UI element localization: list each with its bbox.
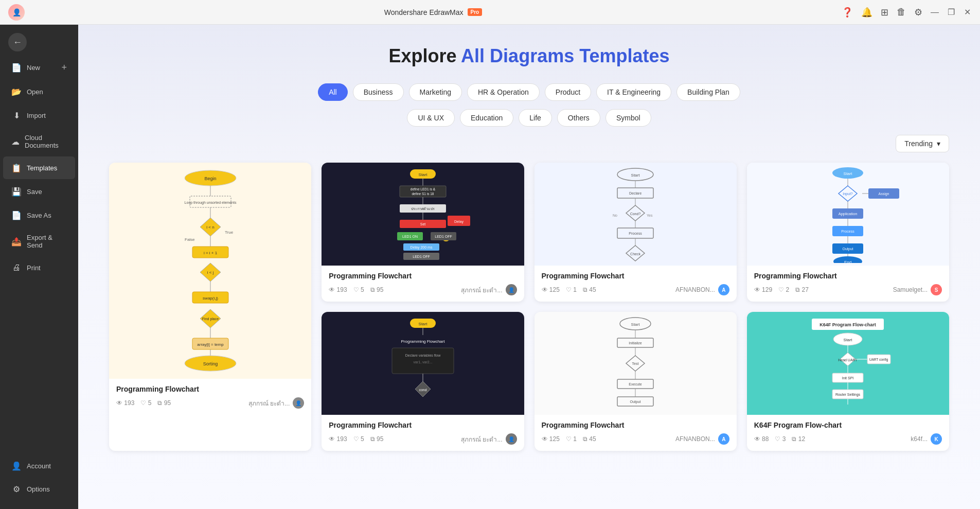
save-icon: 💾 (11, 186, 22, 197)
titlebar: 👤 Wondershare EdrawMax Pro ❓ 🔔 ⊞ 🗑 ⚙ — ❐… (0, 0, 980, 25)
titlebar-left: 👤 (8, 4, 25, 21)
filter-marketing[interactable]: Marketing (409, 83, 462, 101)
template-card-title: Programming Flowchart (329, 421, 516, 429)
author-avatar: 👤 (506, 284, 517, 295)
view-count: 👁 129 (754, 286, 772, 293)
svg-text:i < n: i < n (206, 225, 214, 230)
template-card[interactable]: Start Initialize Test Execute Output (534, 312, 737, 451)
sidebar-item-import[interactable]: ⬇ Import (3, 104, 75, 127)
sidebar-item-options[interactable]: ⚙ Options (3, 478, 75, 500)
sidebar-item-account[interactable]: 👤 Account (3, 454, 75, 477)
author-name: สุภกรณ์ ยะดำ... (248, 398, 290, 408)
filter-education[interactable]: Education (460, 109, 513, 127)
author-avatar: 👤 (293, 397, 304, 409)
template-card-meta: 👁 193 ♡ 5 ⧉ 95 สุภกรณ์ ยะดำ... 👤 (329, 284, 516, 295)
help-icon[interactable]: ❓ (842, 7, 853, 18)
trash-icon[interactable]: 🗑 (897, 7, 906, 17)
template-author: k64f... K (911, 433, 942, 445)
like-count: ♡ 3 (775, 435, 786, 443)
template-author: Samuelget... S (893, 284, 942, 295)
svg-text:Initialize: Initialize (629, 341, 642, 345)
sidebar-item-templates-label: Templates (27, 164, 57, 172)
author-name: k64f... (911, 435, 928, 443)
svg-text:LED1 ON: LED1 ON (402, 235, 418, 238)
template-author: AFNANBON... A (675, 433, 729, 445)
svg-text:Declare: Declare (629, 191, 642, 195)
template-card-info: Programming Flowchart 👁 125 ♡ 1 ⧉ 45 AFN… (534, 266, 737, 302)
sidebar-item-open[interactable]: 📂 Open (3, 80, 75, 103)
sidebar: ← 📄 New + 📂 Open ⬇ Import ☁ Cloud Docume… (0, 25, 78, 509)
sidebar-item-cloud[interactable]: ☁ Cloud Documents (3, 128, 75, 155)
filter-hr[interactable]: HR & Operation (467, 83, 540, 101)
sidebar-item-print[interactable]: 🖨 Print (3, 256, 75, 279)
copy-count: ⧉ 45 (583, 435, 596, 443)
filter-building[interactable]: Building Plan (676, 83, 740, 101)
template-card[interactable]: Start Programming Flowchart Declare vari… (322, 312, 524, 451)
back-button[interactable]: ← (8, 33, 27, 51)
app-name: Wondershare EdrawMax (384, 8, 464, 16)
new-icon: 📄 (11, 63, 22, 73)
template-grid: Begin Loop through unsorted elements i <… (109, 163, 949, 451)
like-count: ♡ 2 (778, 286, 789, 293)
author-avatar: A (718, 284, 729, 295)
filter-all[interactable]: All (318, 83, 348, 101)
template-card-title: K64F Program Flow-chart (754, 421, 942, 429)
filter-product[interactable]: Product (545, 83, 591, 101)
template-card-meta: 👁 125 ♡ 1 ⧉ 45 AFNANBON... A (542, 284, 729, 295)
sidebar-item-export[interactable]: 📤 Export & Send (3, 227, 75, 255)
svg-text:Cond?: Cond? (630, 212, 641, 216)
svg-text:Delay 200 ms: Delay 200 ms (410, 245, 432, 250)
template-card[interactable]: Begin Loop through unsorted elements i <… (109, 163, 311, 451)
titlebar-right: ❓ 🔔 ⊞ 🗑 ⚙ — ❐ ✕ (842, 7, 972, 18)
settings-icon[interactable]: ⚙ (914, 7, 922, 18)
template-card[interactable]: Start Input? Application Assign (747, 163, 949, 302)
template-card[interactable]: K64F Program Flow-chart Start Head UART … (747, 312, 949, 451)
minimize-button[interactable]: — (931, 8, 939, 16)
filter-others[interactable]: Others (557, 109, 600, 127)
svg-text:Programming Flowchart: Programming Flowchart (401, 339, 445, 344)
sidebar-item-open-label: Open (27, 88, 43, 96)
filter-ui[interactable]: UI & UX (407, 109, 455, 127)
template-preview: Start Initialize Test Execute Output (534, 312, 737, 415)
sort-label: Trending (904, 139, 933, 148)
cloud-icon: ☁ (11, 136, 20, 147)
titlebar-center: Wondershare EdrawMax Pro (384, 8, 482, 16)
view-count: 👁 88 (754, 435, 769, 443)
sidebar-item-templates[interactable]: 📋 Templates (3, 156, 75, 179)
template-card[interactable]: Start define LED1 is & define S1 is 18 ป… (322, 163, 524, 302)
notification-icon[interactable]: 🔔 (861, 7, 872, 18)
sidebar-item-save[interactable]: 💾 Save (3, 180, 75, 203)
filter-symbol[interactable]: Symbol (605, 109, 651, 127)
author-name: สุภกรณ์ ยะดำ... (461, 434, 502, 444)
sort-dropdown[interactable]: Trending ▾ (896, 135, 949, 152)
view-count: 👁 193 (329, 286, 347, 293)
page-title: Explore All Diagrams Templates (109, 45, 949, 67)
copy-count: ⧉ 95 (370, 435, 384, 443)
template-card-meta: 👁 125 ♡ 1 ⧉ 45 AFNANBON... A (542, 433, 729, 445)
svg-text:Delay: Delay (454, 220, 464, 224)
template-card-title: Programming Flowchart (542, 421, 729, 429)
user-avatar[interactable]: 👤 (8, 4, 25, 21)
view-count: 👁 125 (542, 435, 560, 443)
svg-text:Start: Start (418, 172, 427, 177)
close-button[interactable]: ✕ (964, 8, 972, 16)
template-card-info: Programming Flowchart 👁 193 ♡ 5 ⧉ 95 สุภ… (109, 379, 311, 415)
svg-text:Execute: Execute (629, 382, 642, 386)
template-card[interactable]: Start Declare Cond? Process Check (534, 163, 737, 302)
filter-life[interactable]: Life (519, 109, 552, 127)
view-count: 👁 193 (116, 399, 134, 407)
svg-text:ประกาศตัวแปร: ประกาศตัวแปร (411, 207, 435, 210)
sidebar-item-save-as[interactable]: 📄 Save As (3, 204, 75, 226)
maximize-button[interactable]: ❐ (947, 8, 955, 16)
filter-business[interactable]: Business (353, 83, 404, 101)
filter-row-1: All Business Marketing HR & Operation Pr… (109, 83, 949, 101)
sidebar-item-new[interactable]: 📄 New + (3, 56, 75, 79)
svg-text:swap(i,j): swap(i,j) (203, 296, 218, 301)
filter-it[interactable]: IT & Engineering (596, 83, 671, 101)
template-preview: Start define LED1 is & define S1 is 18 ป… (322, 163, 524, 266)
template-card-meta: 👁 193 ♡ 5 ⧉ 95 สุภกรณ์ ยะดำ... 👤 (116, 397, 304, 409)
view-count: 👁 125 (542, 286, 560, 293)
apps-icon[interactable]: ⊞ (881, 7, 888, 18)
svg-text:Start: Start (844, 171, 853, 176)
author-name: Samuelget... (893, 286, 928, 293)
